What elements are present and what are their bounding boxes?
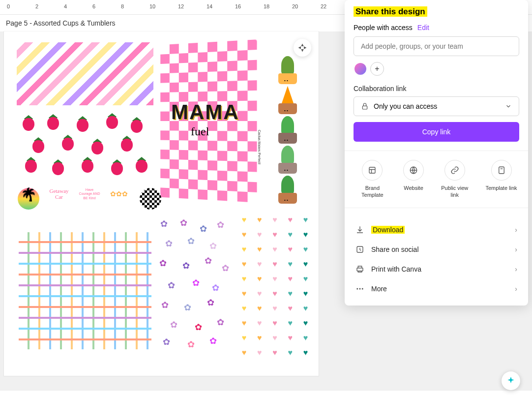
copy-link-button[interactable]: Copy link: [354, 122, 519, 142]
template-icon: [368, 166, 377, 175]
avatar[interactable]: [354, 62, 367, 76]
asset-plaid[interactable]: [19, 232, 151, 349]
download-menu-item[interactable]: Download ›: [354, 220, 519, 240]
fuel-text[interactable]: fuel: [191, 125, 209, 138]
access-label: People with access: [354, 24, 413, 31]
globe-icon: [409, 166, 418, 175]
asset-watercolor-flowers[interactable]: ✿✿✿✿ ✿✿✿ ✿✿✿✿ ✿✿✿ ✿✿✿ ✿✿✿ ✿✿✿: [155, 214, 234, 350]
share-panel: Share this design People with access Edi…: [345, 0, 528, 306]
add-people-input[interactable]: [354, 36, 519, 56]
asset-cacti[interactable]: • • • • • • • • • •: [264, 56, 312, 204]
asset-hearts[interactable]: ♥♥♥♥♥♥♥♥♥♥♥♥♥♥♥♥♥♥♥♥♥♥♥♥♥♥♥♥♥♥♥♥♥♥♥♥♥♥♥♥…: [235, 214, 315, 350]
svg-point-9: [359, 288, 361, 289]
svg-rect-7: [357, 268, 363, 271]
assistant-fab[interactable]: [502, 371, 520, 390]
svg-point-10: [362, 288, 363, 289]
more-menu-item[interactable]: More ›: [354, 279, 519, 299]
asset-strawberries[interactable]: [17, 110, 153, 179]
share-opt-brand-template[interactable]: Brand Template: [355, 160, 389, 199]
asset-stripes[interactable]: [17, 42, 153, 105]
share-title: Share this design: [354, 6, 427, 17]
share-opt-template-link[interactable]: Template link: [485, 160, 517, 199]
share-opt-website[interactable]: Website: [403, 160, 424, 199]
lock-icon: [361, 102, 369, 110]
share-opt-public-link[interactable]: Public view link: [438, 160, 472, 199]
asset-mini-row[interactable]: Getaway Car Have Courage AND BE Kind: [18, 188, 161, 210]
mini-getaway[interactable]: Getaway Car: [48, 188, 70, 210]
mini-courage[interactable]: Have Courage AND BE Kind: [79, 188, 100, 210]
link-icon: [450, 166, 459, 175]
design-canvas[interactable]: MAMA fuel • • • • • • • • • • Cactus Mak…: [4, 31, 319, 376]
svg-rect-2: [362, 106, 367, 109]
add-avatar-button[interactable]: +: [370, 62, 384, 76]
edit-access-link[interactable]: Edit: [417, 24, 429, 31]
print-menu-item[interactable]: Print with Canva ›: [354, 259, 519, 279]
svg-rect-5: [499, 167, 504, 174]
svg-rect-3: [369, 167, 375, 173]
mini-palm[interactable]: [18, 188, 39, 210]
collab-label: Collaboration link: [354, 85, 519, 92]
collab-access-select[interactable]: Only you can access: [354, 96, 519, 116]
mini-flowers[interactable]: [109, 188, 131, 210]
print-icon: [355, 265, 364, 274]
regenerate-button[interactable]: [294, 39, 311, 57]
mini-checker[interactable]: [140, 188, 161, 210]
cactus-caption[interactable]: Cactus Makes Perfect!: [258, 130, 261, 164]
social-icon: [355, 245, 364, 254]
mama-text[interactable]: MAMA: [171, 100, 239, 124]
share-social-menu-item[interactable]: Share on social ›: [354, 240, 519, 259]
chevron-down-icon: [505, 103, 512, 110]
template-link-icon: [497, 166, 506, 175]
more-icon: [355, 284, 364, 293]
download-icon: [355, 225, 364, 234]
svg-point-8: [356, 288, 358, 289]
